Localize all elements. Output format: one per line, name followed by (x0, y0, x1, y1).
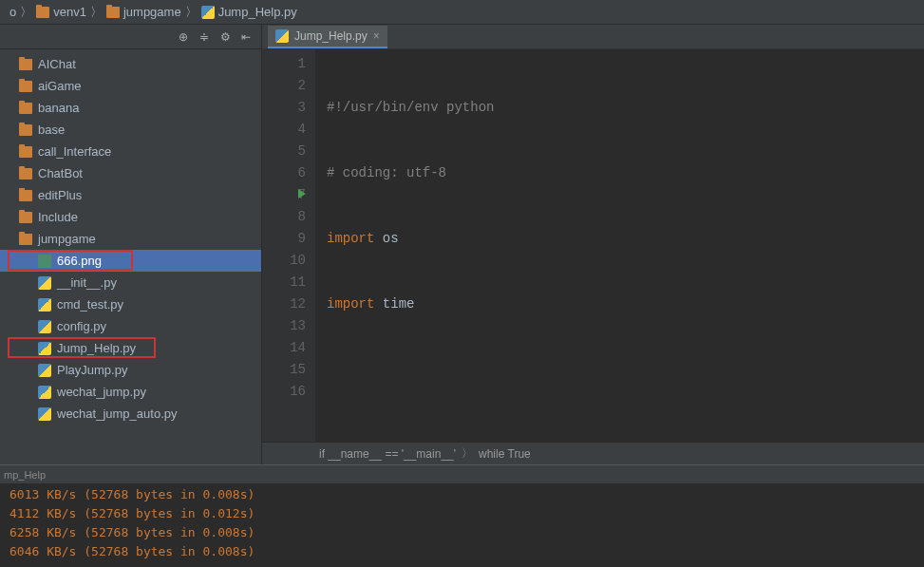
tree-item-jumpgame[interactable]: jumpgame (0, 228, 261, 250)
py-icon (38, 276, 51, 290)
run-gutter-icon[interactable] (298, 189, 306, 198)
tree-item-ChatBot[interactable]: ChatBot (0, 162, 261, 184)
tree-item-Jump_Help-py[interactable]: Jump_Help.py (0, 337, 261, 359)
console-line: 6046 KB/s (52768 bytes in 0.008s) (9, 544, 915, 563)
code-text: #!/usr/bin/env python (327, 100, 494, 115)
tree-item-666-png[interactable]: 666.png (0, 250, 261, 272)
tree-item-editPlus[interactable]: editPlus (0, 184, 261, 206)
file-tree[interactable]: AIChataiGamebananabasecall_InterfaceChat… (0, 49, 261, 464)
line-number: 15 (262, 359, 306, 381)
tree-label: wechat_jump_auto.py (57, 406, 177, 421)
breadcrumb-item[interactable]: jumpgame (103, 5, 185, 19)
tree-item-wechat_jump-py[interactable]: wechat_jump.py (0, 381, 261, 403)
code-text: time (374, 296, 414, 312)
breadcrumb-label: venv1 (53, 5, 86, 19)
python-icon (275, 29, 289, 43)
breadcrumb-item[interactable]: venv1 (32, 5, 90, 19)
breadcrumb-item[interactable]: Jump_Help.py (198, 5, 301, 19)
folder-icon (19, 190, 32, 201)
editor-tabs: Jump_Help.py × (262, 25, 924, 49)
tree-label: __init__.py (57, 275, 117, 290)
crumb2-b: while True (479, 447, 531, 461)
code-area[interactable]: #!/usr/bin/env python # coding: utf-8 im… (315, 49, 924, 442)
tree-item-aiGame[interactable]: aiGame (0, 75, 261, 97)
console-output[interactable]: 6013 KB/s (52768 bytes in 0.008s)4112 KB… (0, 483, 924, 567)
breadcrumb-label: Jump_Help.py (218, 5, 297, 19)
line-number: 11 (262, 272, 306, 293)
code-text: # coding: utf-8 (327, 165, 446, 180)
folder-icon (106, 7, 120, 18)
line-number: 14 (262, 337, 306, 359)
tree-item-AIChat[interactable]: AIChat (0, 53, 261, 75)
tree-item-base[interactable]: base (0, 119, 261, 141)
project-sidebar: ⊕ ≑ ⚙ ⇤ AIChataiGamebananabasecall_Inter… (0, 25, 262, 464)
locate-icon[interactable]: ⊕ (176, 29, 191, 45)
tree-label: aiGame (38, 79, 82, 93)
line-number: 10 (262, 250, 306, 272)
py-icon (38, 320, 51, 333)
tree-item-PlayJump-py[interactable]: PlayJump.py (0, 359, 261, 381)
breadcrumb: o 〉 venv1 〉 jumpgame 〉 Jump_Help.py (0, 0, 924, 25)
tree-label: editPlus (38, 188, 82, 202)
tree-label: ChatBot (38, 166, 83, 180)
tree-item-__init__-py[interactable]: __init__.py (0, 272, 261, 293)
collapse-icon[interactable]: ≑ (197, 29, 212, 45)
line-gutter[interactable]: 12345678910111213141516 (262, 49, 315, 442)
tree-item-config-py[interactable]: config.py (0, 315, 261, 337)
tree-item-call_Interface[interactable]: call_Interface (0, 141, 261, 162)
folder-icon (19, 212, 32, 223)
line-number: 6 (262, 162, 306, 184)
tree-label: jumpgame (38, 232, 96, 246)
line-number: 16 (262, 381, 306, 403)
breadcrumb-label: jumpgame (123, 5, 181, 19)
line-number: 4 (262, 119, 306, 141)
folder-icon (19, 59, 32, 70)
sidebar-toolbar: ⊕ ≑ ⚙ ⇤ (0, 25, 261, 49)
tree-label: wechat_jump.py (57, 385, 146, 399)
py-icon (38, 298, 51, 312)
editor-panel: Jump_Help.py × 12345678910111213141516 #… (262, 25, 924, 464)
console-header[interactable]: mp_Help (0, 464, 924, 483)
folder-icon (19, 81, 32, 92)
code-breadcrumb[interactable]: if __name__ == '__main__' 〉 while True (262, 442, 924, 464)
code-text: os (374, 231, 398, 246)
close-icon[interactable]: × (373, 29, 380, 43)
py-icon (38, 407, 51, 421)
console-line: 6258 KB/s (52768 bytes in 0.008s) (9, 525, 915, 544)
crumb2-a: if __name__ == '__main__' (319, 447, 456, 461)
py-icon (38, 342, 51, 355)
chevron-right-icon: 〉 (20, 4, 32, 21)
folder-icon (19, 168, 32, 180)
tree-item-wechat_jump_auto-py[interactable]: wechat_jump_auto.py (0, 403, 261, 425)
tab-jump-help[interactable]: Jump_Help.py × (268, 26, 387, 48)
line-number: 9 (262, 228, 306, 250)
hide-icon[interactable]: ⇤ (238, 29, 254, 45)
chevron-right-icon: 〉 (462, 445, 473, 462)
tree-item-cmd_test-py[interactable]: cmd_test.py (0, 293, 261, 315)
breadcrumb-o[interactable]: o (6, 5, 20, 19)
folder-icon (36, 7, 49, 18)
tree-item-Include[interactable]: Include (0, 206, 261, 228)
line-number: 8 (262, 206, 306, 228)
tree-item-banana[interactable]: banana (0, 97, 261, 119)
gear-icon[interactable]: ⚙ (217, 29, 233, 45)
folder-icon (19, 103, 32, 114)
folder-icon (19, 146, 32, 158)
tree-label: config.py (57, 319, 106, 333)
img-icon (38, 255, 51, 268)
console-line: 4112 KB/s (52768 bytes in 0.012s) (9, 506, 915, 525)
folder-icon (19, 124, 32, 136)
tree-label: 666.png (57, 254, 102, 268)
console-line: 6013 KB/s (52768 bytes in 0.008s) (9, 487, 915, 506)
chevron-right-icon: 〉 (185, 4, 198, 21)
chevron-right-icon: 〉 (90, 4, 103, 21)
tree-label: AIChat (38, 57, 76, 71)
code-text: import (327, 296, 374, 312)
tab-label: Jump_Help.py (294, 29, 368, 43)
line-number: 13 (262, 315, 306, 337)
line-number: 5 (262, 141, 306, 162)
line-number: 3 (262, 97, 306, 119)
code-text: import (327, 231, 374, 246)
line-number: 12 (262, 293, 306, 315)
line-number: 2 (262, 75, 306, 97)
